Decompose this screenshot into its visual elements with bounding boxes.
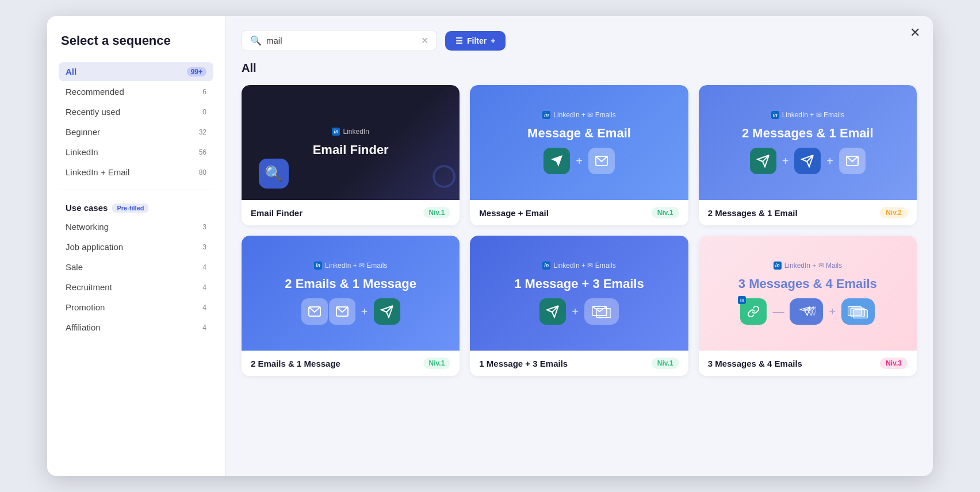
card-icons-2emails-1message: + bbox=[301, 298, 400, 325]
search-box: 🔍 ✕ bbox=[242, 30, 437, 51]
sidebar: Select a sequence All 99+ Recommended 6 … bbox=[47, 16, 225, 476]
plus-3a: + bbox=[782, 155, 789, 168]
modal: ✕ Select a sequence All 99+ Recommended … bbox=[47, 16, 933, 476]
sidebar-item-recommended[interactable]: Recommended 6 bbox=[59, 82, 213, 101]
card-type-4: in LinkedIn + ✉ Emails bbox=[314, 262, 387, 270]
search-small-icon: 🔍 bbox=[259, 159, 289, 189]
section-title: All bbox=[242, 62, 917, 75]
sidebar-item-recently-used[interactable]: Recently used 0 bbox=[59, 102, 213, 121]
card-footer-1message-3emails: 1 Message + 3 Emails Niv.1 bbox=[470, 351, 688, 376]
card-footer-email-finder: Email Finder Niv.1 bbox=[242, 200, 460, 225]
card-footer-2messages-1email: 2 Messages & 1 Email Niv.2 bbox=[699, 200, 917, 225]
linkedin-label: LinkedIn bbox=[66, 147, 190, 157]
promotion-count: 4 bbox=[190, 303, 206, 312]
card-title-email-finder: Email Finder bbox=[313, 143, 389, 157]
use-cases-title: Use cases bbox=[66, 203, 108, 213]
card-1message-3emails[interactable]: in LinkedIn + ✉ Emails 1 Message + 3 Ema… bbox=[470, 236, 688, 376]
beginner-label: Beginner bbox=[66, 127, 190, 137]
close-button[interactable]: ✕ bbox=[910, 26, 920, 39]
card-title-2emails-1message: 2 Emails & 1 Message bbox=[285, 276, 416, 291]
linkedin-count: 56 bbox=[190, 148, 206, 156]
card-2emails-1message[interactable]: in LinkedIn + ✉ Emails 2 Emails & 1 Mess… bbox=[242, 236, 460, 376]
linkedin-email-label: LinkedIn + Email bbox=[66, 167, 190, 177]
sidebar-item-all[interactable]: All 99+ bbox=[59, 62, 213, 81]
niv-badge-3messages-4emails: Niv.3 bbox=[880, 358, 908, 369]
card-title-1message-3emails: 1 Message + 3 Emails bbox=[514, 276, 644, 291]
card-icons-2messages-1email: + + bbox=[750, 148, 866, 174]
li-in-icon-6: in bbox=[774, 262, 782, 270]
networking-count: 3 bbox=[190, 223, 206, 231]
affiliation-label: Affiliation bbox=[66, 322, 190, 332]
dash-6: — bbox=[772, 305, 784, 318]
multi-email-5 bbox=[584, 298, 619, 325]
cards-grid: in LinkedIn Email Finder 🔍 ○ Email Finde… bbox=[242, 85, 917, 376]
card-2messages-1email[interactable]: in LinkedIn + ✉ Emails 2 Messages & 1 Em… bbox=[699, 85, 917, 225]
niv-badge-1message-3emails: Niv.1 bbox=[652, 358, 679, 369]
send-icon-1 bbox=[543, 148, 570, 174]
use-cases-section: Use cases Pre-filled bbox=[59, 198, 213, 216]
send-icon-3a bbox=[750, 148, 776, 174]
card-footer-3messages-4emails: 3 Messages & 4 Emails Niv.3 bbox=[699, 351, 917, 376]
send-icon-3b bbox=[794, 148, 821, 174]
recently-used-count: 0 bbox=[190, 108, 206, 116]
sidebar-item-beginner[interactable]: Beginner 32 bbox=[59, 122, 213, 141]
send-icon-4 bbox=[374, 298, 400, 325]
email-icon-1 bbox=[588, 148, 615, 174]
sidebar-item-networking[interactable]: Networking 3 bbox=[59, 217, 213, 236]
prefilled-badge: Pre-filled bbox=[112, 203, 148, 213]
link-icon-6: in bbox=[740, 298, 767, 325]
search-clear-button[interactable]: ✕ bbox=[421, 35, 428, 46]
card-title-message-email: Message & Email bbox=[527, 126, 631, 141]
affiliation-count: 4 bbox=[190, 324, 206, 332]
card-footer-2emails-1message: 2 Emails & 1 Message Niv.1 bbox=[242, 351, 460, 376]
sale-count: 4 bbox=[190, 263, 206, 271]
plus-3b: + bbox=[826, 155, 833, 168]
svg-rect-5 bbox=[596, 309, 611, 318]
sidebar-divider bbox=[59, 190, 213, 190]
recently-used-label: Recently used bbox=[66, 107, 190, 117]
card-3messages-4emails[interactable]: in LinkedIn + ✉ Mails 3 Messages & 4 Ema… bbox=[699, 236, 917, 376]
sidebar-item-linkedin-email[interactable]: LinkedIn + Email 80 bbox=[59, 163, 213, 182]
sale-label: Sale bbox=[66, 262, 190, 272]
send-multi-6 bbox=[790, 298, 823, 325]
sidebar-item-sale[interactable]: Sale 4 bbox=[59, 257, 213, 276]
card-icons-message-email: + bbox=[543, 148, 615, 174]
search-row: 🔍 ✕ ☰ Filter + bbox=[242, 30, 917, 51]
networking-label: Networking bbox=[66, 222, 190, 232]
card-visual-2emails-1message: in LinkedIn + ✉ Emails 2 Emails & 1 Mess… bbox=[242, 236, 460, 351]
sidebar-item-affiliation[interactable]: Affiliation 4 bbox=[59, 318, 213, 337]
sidebar-item-linkedin[interactable]: LinkedIn 56 bbox=[59, 143, 213, 162]
recruitment-count: 4 bbox=[190, 283, 206, 291]
card-name-message-email: Message + Email bbox=[479, 208, 548, 218]
sidebar-item-promotion[interactable]: Promotion 4 bbox=[59, 298, 213, 317]
all-label: All bbox=[66, 67, 187, 76]
plus-icon: + bbox=[491, 36, 495, 45]
filter-button[interactable]: ☰ Filter + bbox=[445, 31, 506, 51]
main-content: 🔍 ✕ ☰ Filter + All in LinkedIn bbox=[225, 16, 933, 476]
filter-icon: ☰ bbox=[455, 36, 463, 45]
sidebar-item-job-application[interactable]: Job application 3 bbox=[59, 237, 213, 256]
recommended-count: 6 bbox=[190, 88, 206, 96]
filter-label: Filter bbox=[467, 36, 487, 45]
email-icon-4b bbox=[329, 298, 355, 325]
li-in-icon-3: in bbox=[771, 111, 779, 119]
niv-badge-2emails-1message: Niv.1 bbox=[423, 358, 451, 369]
linkedin-badge-icon: in bbox=[332, 128, 340, 136]
card-message-email[interactable]: in LinkedIn + ✉ Emails Message & Email + bbox=[470, 85, 688, 225]
card-icons-1message-3emails: + bbox=[539, 298, 619, 325]
plus-4: + bbox=[361, 305, 368, 318]
niv-badge-message-email: Niv.1 bbox=[652, 207, 679, 218]
multi-email-6 bbox=[841, 298, 875, 325]
card-type-3: in LinkedIn + ✉ Emails bbox=[771, 111, 844, 119]
email-icon-4a bbox=[301, 298, 328, 325]
card-footer-message-email: Message + Email Niv.1 bbox=[470, 200, 688, 225]
card-visual-2messages-1email: in LinkedIn + ✉ Emails 2 Messages & 1 Em… bbox=[699, 85, 917, 200]
li-in-icon-5: in bbox=[542, 262, 550, 270]
all-count: 99+ bbox=[187, 67, 206, 76]
card-title-2messages-1email: 2 Messages & 1 Email bbox=[742, 126, 874, 141]
search-input[interactable] bbox=[266, 36, 416, 45]
card-icons-3messages-4emails: in — + bbox=[740, 298, 875, 325]
card-visual-1message-3emails: in LinkedIn + ✉ Emails 1 Message + 3 Ema… bbox=[470, 236, 688, 351]
card-email-finder[interactable]: in LinkedIn Email Finder 🔍 ○ Email Finde… bbox=[242, 85, 460, 225]
sidebar-item-recruitment[interactable]: Recruitment 4 bbox=[59, 278, 213, 297]
